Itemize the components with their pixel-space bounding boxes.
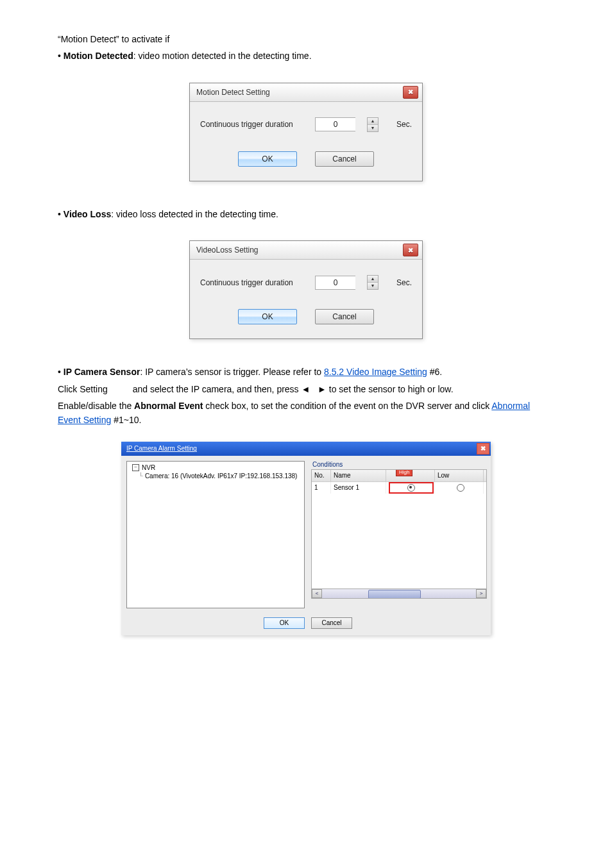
- ipcam-dialog-titlebar: IP Camera Alarm Setting ✖: [121, 442, 491, 456]
- conditions-label: Conditions: [311, 461, 486, 468]
- chevron-down-icon[interactable]: ▼: [368, 283, 378, 289]
- videoloss-duration-unit: Sec.: [396, 278, 412, 287]
- motion-detected-label: Motion Detected: [64, 51, 133, 61]
- videoloss-dialog-wrap: VideoLoss Setting ✖ Continuous trigger d…: [58, 240, 554, 339]
- ok-button[interactable]: OK: [238, 309, 297, 324]
- setting-space: [110, 384, 130, 394]
- scroll-thumb[interactable]: [368, 590, 421, 599]
- motion-dialog-title: Motion Detect Setting: [196, 88, 270, 97]
- videoloss-dialog: VideoLoss Setting ✖ Continuous trigger d…: [189, 240, 423, 339]
- conditions-panel: Conditions No. Name High Low 1 Sensor 1: [311, 461, 486, 608]
- ok-button[interactable]: OK: [264, 617, 305, 629]
- para-sensor-instruction: Click Setting and select the IP camera, …: [58, 382, 554, 396]
- spinner[interactable]: ▲ ▼: [367, 117, 378, 132]
- bullet-ipcamera-sensor: • IP Camera Sensor: IP camera’s sensor i…: [58, 365, 554, 379]
- motion-dialog-wrap: Motion Detect Setting ✖ Continuous trigg…: [58, 83, 554, 181]
- videoloss-duration-input[interactable]: 0: [315, 276, 355, 290]
- cancel-button[interactable]: Cancel: [315, 309, 374, 324]
- scroll-track[interactable]: [322, 590, 476, 597]
- videoloss-dialog-title: VideoLoss Setting: [196, 246, 259, 255]
- left-right-arrows-icon: ◄ ►: [302, 384, 327, 394]
- ipcamera-tail: #6.: [427, 367, 442, 377]
- motion-duration-label: Continuous trigger duration: [200, 120, 303, 129]
- motion-dialog-titlebar: Motion Detect Setting ✖: [190, 83, 422, 102]
- conditions-grid[interactable]: No. Name High Low 1 Sensor 1: [311, 469, 487, 599]
- scroll-right-icon[interactable]: >: [476, 589, 486, 598]
- abnormal-tail: #1~10.: [111, 415, 141, 425]
- and-select-text: and select the IP camera, and then, pres…: [133, 384, 302, 394]
- video-loss-label: Video Loss: [64, 209, 111, 219]
- click-setting-text: Click Setting: [58, 384, 110, 394]
- cell-no: 1: [312, 482, 331, 494]
- callout-box: [389, 482, 434, 494]
- cell-name: Sensor 1: [331, 482, 386, 494]
- spinner[interactable]: ▲ ▼: [367, 275, 378, 290]
- tree-child[interactable]: Camera: 16 (VivotekAdv. IP61x7 IP:192.16…: [139, 472, 302, 480]
- col-low[interactable]: Low: [435, 470, 484, 481]
- videoloss-duration-label: Continuous trigger duration: [200, 278, 303, 287]
- cell-low[interactable]: [435, 482, 484, 494]
- ipcam-dialog-wrap: IP Camera Alarm Setting ✖ − NVR Camera: …: [58, 442, 554, 635]
- table-row[interactable]: 1 Sensor 1: [312, 482, 486, 492]
- tree-root-label: NVR: [142, 464, 155, 471]
- close-icon[interactable]: ✖: [403, 86, 418, 99]
- motion-duration-input[interactable]: 0: [315, 117, 355, 131]
- collapse-icon[interactable]: −: [132, 464, 139, 471]
- radio-low[interactable]: [457, 484, 464, 492]
- ipcam-tree-panel[interactable]: − NVR Camera: 16 (VivotekAdv. IP61x7 IP:…: [126, 461, 305, 608]
- chevron-down-icon[interactable]: ▼: [368, 125, 378, 131]
- ipcam-dialog-title: IP Camera Alarm Setting: [126, 445, 197, 452]
- motion-detected-desc: : video motion detected in the detecting…: [133, 51, 312, 61]
- para-motion-activate: “Motion Detect” to activate if: [58, 32, 554, 46]
- cancel-button[interactable]: Cancel: [315, 151, 374, 167]
- col-name[interactable]: Name: [331, 470, 386, 481]
- set-sensor-text: to set the sensor to high or low.: [329, 384, 454, 394]
- chevron-up-icon[interactable]: ▲: [368, 118, 378, 125]
- para-abnormal-event: Enable/disable the Abnormal Event check …: [58, 399, 554, 428]
- cancel-button[interactable]: Cancel: [311, 617, 352, 629]
- scroll-left-icon[interactable]: <: [312, 589, 322, 598]
- video-image-setting-link[interactable]: 8.5.2 Video Image Setting: [324, 367, 427, 377]
- col-no[interactable]: No.: [312, 470, 331, 481]
- col-high[interactable]: High: [386, 470, 435, 481]
- ipcam-alarm-dialog: IP Camera Alarm Setting ✖ − NVR Camera: …: [121, 442, 491, 635]
- motion-dialog: Motion Detect Setting ✖ Continuous trigg…: [189, 83, 423, 181]
- bullet-motion-detected: • Motion Detected: video motion detected…: [58, 49, 554, 63]
- bullet-video-loss: • Video Loss: video loss detected in the…: [58, 207, 554, 221]
- high-header-badge: High: [396, 469, 412, 476]
- horizontal-scrollbar[interactable]: < >: [312, 588, 486, 598]
- close-icon[interactable]: ✖: [403, 244, 418, 256]
- ipcamera-sensor-label: IP Camera Sensor: [64, 367, 140, 377]
- ipcamera-sensor-desc: : IP camera’s sensor is trigger. Please …: [140, 367, 324, 377]
- enable-mid: check box, to set the condition of the e…: [203, 401, 491, 411]
- chevron-up-icon[interactable]: ▲: [368, 276, 378, 283]
- radio-high[interactable]: [407, 484, 415, 492]
- enable-prefix: Enable/disable the: [58, 401, 134, 411]
- close-icon[interactable]: ✖: [477, 443, 489, 455]
- ok-button[interactable]: OK: [238, 151, 297, 167]
- footer-spacer: [126, 617, 257, 629]
- videoloss-dialog-titlebar: VideoLoss Setting ✖: [190, 241, 422, 260]
- video-loss-desc: : video loss detected in the detecting t…: [111, 209, 278, 219]
- ipcam-dialog-footer: OK Cancel: [121, 613, 491, 635]
- cell-high[interactable]: [386, 482, 435, 494]
- abnormal-event-bold: Abnormal Event: [134, 401, 203, 411]
- motion-duration-unit: Sec.: [396, 120, 412, 129]
- tree-root[interactable]: − NVR: [130, 464, 302, 471]
